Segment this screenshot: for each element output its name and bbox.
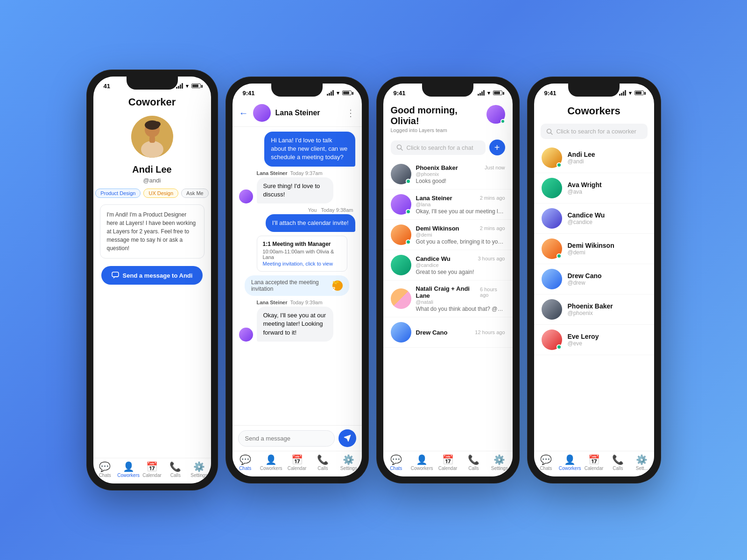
svg-point-8 [547,129,551,133]
cw-item-andi[interactable]: Andi Lee @andi [534,143,654,173]
tab-calls-3[interactable]: 📞 Calls [461,455,486,471]
tab-calendar-1[interactable]: 📅 Calendar [140,462,163,478]
send-button-2[interactable] [338,429,356,447]
cw-item-eve-4[interactable]: Eve Leroy @eve [534,325,654,355]
chat-item-candice[interactable]: Candice Wu 3 hours ago @candice Great to… [383,250,513,280]
meeting-card-link[interactable]: Meeting invitation, click to view [263,261,341,266]
tab-bar-4: 💬 Chats 👤 Coworkers 📅 Calendar 📞 Calls ⚙… [534,451,654,476]
tab-coworkers-2[interactable]: 👤 Coworkers [258,455,284,471]
time-candice: 3 hours ago [478,256,505,261]
user-bio-1: I'm Andi! I'm a Product Designer here at… [100,204,204,259]
cw-info-demi-4: Demi Wikinson @demi [568,242,647,256]
message-recv-row-2: Lana Steiner Today 9:39am Okay, I'll see… [239,300,355,342]
cw-search-4[interactable]: Click to search for a coworker [541,124,648,139]
chat-header-name-2: Lana Steiner [275,109,341,117]
chat-item-drew[interactable]: Drew Cano 12 hours ago [383,317,513,348]
cw-info-phoenix-4: Phoenix Baker @phoenix [568,302,647,316]
cw-item-ava[interactable]: Ava Wright @ava [534,173,654,203]
cw-avatar-drew-4 [542,269,562,289]
new-chat-button-3[interactable]: + [489,140,505,155]
invitation-bar-2: Lana accepted the meeting invitation 🤝 2 [245,275,349,296]
tab-coworkers-4[interactable]: 👤 Coworkers [558,455,582,471]
time-3: 9:41 [394,90,406,97]
online-demi-4 [557,253,562,259]
settings-tab-icon-3: ⚙️ [493,455,505,464]
tab-coworkers-1[interactable]: 👤 Coworkers [117,462,140,478]
profile-content: Coworker Andi [93,93,211,458]
cw-item-candice-4[interactable]: Candice Wu @candice [534,203,654,234]
tab-chats-2[interactable]: 💬 Chats [233,455,258,471]
tab-settings-3[interactable]: ⚙️ Settings [486,455,512,471]
svg-point-4 [141,141,163,158]
tab-calls-label-4: Calls [613,466,623,471]
greeting-subtitle-3: Logged into Layers team [391,127,487,133]
phone-4: 9:41 ▾ Coworkers Click to [528,77,661,483]
tab-calls-2[interactable]: 📞 Calls [310,455,336,471]
avatar-drew [391,322,411,343]
tab-coworkers-3[interactable]: 👤 Coworkers [409,455,435,471]
tab-calendar-3[interactable]: 📅 Calendar [435,455,460,471]
tab-calls-4[interactable]: 📞 Calls [606,455,630,471]
message-input-2[interactable] [238,430,335,447]
calls-tab-icon-4: 📞 [612,455,624,464]
phone-2-screen: 9:41 ▾ ← Lana Steiner ⋮ Hi Lana! [233,84,362,476]
message-recv-group-1: Lana Steiner Today 9:37am Sure thing! I'… [257,170,355,203]
chat-item-phoenix[interactable]: Phoenix Baker Just now @phoenix Looks go… [383,159,513,189]
cw-handle-demi-4: @demi [568,249,647,256]
tab-bar-2: 💬 Chats 👤 Coworkers 📅 Calendar 📞 Calls ⚙… [233,451,362,476]
cw-item-demi-4[interactable]: Demi Wikinson @demi [534,234,654,264]
chat-item-natali[interactable]: Natali Craig + Andi Lane 6 hours ago @na… [383,280,513,317]
online-demi [406,239,411,245]
time-lana: 2 mins ago [480,195,505,201]
tab-chats-3[interactable]: 💬 Chats [383,455,409,471]
tab-settings-2[interactable]: ⚙️ Settings [336,455,361,471]
chats-header-3: Good morning, Olivia! Logged into Layers… [383,100,513,136]
tab-settings-1[interactable]: ⚙️ Settings [187,462,211,478]
message-sent-2: I'll attach the calendar invite! [266,214,355,232]
chat-item-demi[interactable]: Demi Wikinson 2 mins ago @demi Got you a… [383,220,513,250]
avatar-demi [391,224,411,245]
cw-item-phoenix-4[interactable]: Phoenix Baker @phoenix [534,294,654,325]
signal-icon-4 [619,90,626,96]
cw-handle-ava: @ava [568,189,647,195]
chat-header-avatar-2 [253,104,271,122]
search-bar-3[interactable]: Click to search for a chat [391,140,486,155]
status-icons-1: ▾ [176,83,201,89]
chat-item-lana[interactable]: Lana Steiner 2 mins ago @lana Okay, I'll… [383,189,513,220]
search-row-3: Click to search for a chat + [383,136,513,159]
phone-1: 41 ▾ Coworker [87,70,218,490]
send-icon-2 [344,434,351,442]
cw-handle-phoenix-4: @phoenix [568,310,647,316]
tab-calls-1[interactable]: 📞 Calls [164,462,187,478]
tab-settings-4[interactable]: ⚙️ Sett... [630,455,654,471]
signal-icon-2 [327,90,334,96]
back-button-2[interactable]: ← [239,108,248,119]
user-handle-1: @andi [143,177,161,184]
tab-chats-1[interactable]: 💬 Chats [93,462,117,478]
chat-icon-1 [112,272,119,279]
info-natali: Natali Craig + Andi Lane 6 hours ago @na… [416,285,505,312]
name-row-lana: Lana Steiner 2 mins ago [416,195,505,202]
name-candice: Candice Wu [416,255,451,262]
avatar-candice [391,255,411,275]
time-natali: 6 hours ago [480,287,505,298]
tab-calendar-2[interactable]: 📅 Calendar [284,455,310,471]
time-demi: 2 mins ago [480,225,505,231]
name-row-demi: Demi Wikinson 2 mins ago [416,225,505,232]
tab-chats-label-3: Chats [390,466,402,471]
meeting-card-2[interactable]: 1:1 Meeting with Manager 10:00am-11:00am… [257,236,347,272]
status-icons-3: ▾ [478,90,502,96]
cw-handle-candice-4: @candice [568,219,647,225]
more-options-button-2[interactable]: ⋮ [346,107,355,119]
avatar-phoenix [391,164,411,184]
info-candice: Candice Wu 3 hours ago @candice Great to… [416,255,505,275]
cw-item-drew-4[interactable]: Drew Cano @drew [534,264,654,294]
tag-product-design: Product Design [95,189,141,198]
tab-calls-label-3: Calls [468,466,479,471]
wifi-icon-1: ▾ [186,83,189,89]
tab-chats-4[interactable]: 💬 Chats [534,455,558,471]
tab-calendar-4[interactable]: 📅 Calendar [582,455,606,471]
cw-avatar-andi [542,147,562,168]
send-message-button-1[interactable]: Send a message to Andi [101,266,203,285]
notch-2 [271,84,323,97]
